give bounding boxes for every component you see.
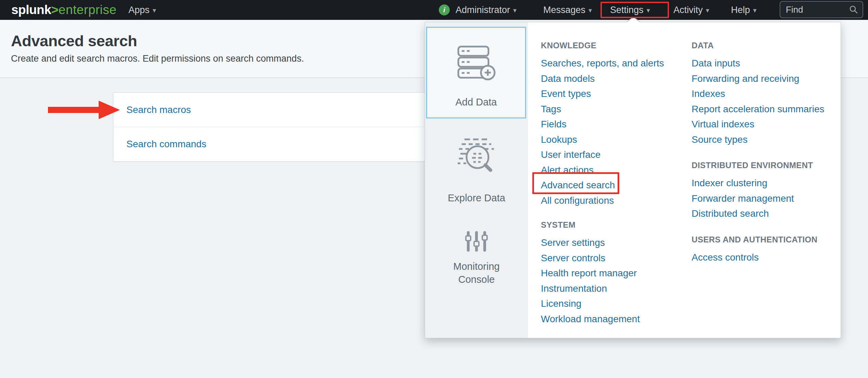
section-title-distributed-environment: DISTRIBUTED ENVIRONMENT bbox=[692, 161, 842, 170]
nav-administrator-label: Administrator bbox=[456, 5, 510, 15]
explore-data-icon bbox=[454, 137, 499, 175]
menu-link-access-controls[interactable]: Access controls bbox=[692, 250, 842, 265]
dropdown-caret-fill bbox=[627, 18, 640, 23]
menu-section-data: DATA Data inputs Forwarding and receivin… bbox=[692, 41, 842, 147]
menu-link-report-acceleration-summaries[interactable]: Report acceleration summaries bbox=[692, 102, 842, 117]
nav-administrator[interactable]: Administrator▾ bbox=[456, 0, 517, 20]
menu-link-user-interface[interactable]: User interface bbox=[541, 147, 692, 163]
monitoring-console-icon bbox=[464, 231, 489, 252]
menu-link-data-inputs[interactable]: Data inputs bbox=[692, 56, 842, 71]
search-macros-link[interactable]: Search macros bbox=[126, 104, 191, 115]
menu-link-virtual-indexes[interactable]: Virtual indexes bbox=[692, 117, 842, 132]
nav-activity[interactable]: Activity▾ bbox=[673, 0, 709, 20]
page-title: Advanced search bbox=[11, 32, 137, 50]
menu-link-searches-reports-alerts[interactable]: Searches, reports, and alerts bbox=[541, 56, 692, 71]
logo-brand-text: splunk bbox=[11, 3, 51, 17]
menu-link-data-models[interactable]: Data models bbox=[541, 71, 692, 87]
top-navbar: splunk>enterprise Apps▾ i Administrator▾… bbox=[0, 0, 868, 20]
tile-monitoring-console-label: Monitoring Console bbox=[442, 260, 511, 286]
tile-add-data-label: Add Data bbox=[456, 96, 497, 109]
nav-activity-label: Activity bbox=[673, 5, 703, 15]
menu-link-forwarder-management[interactable]: Forwarder management bbox=[692, 191, 842, 206]
settings-dropdown: Add Data Explore Data bbox=[425, 22, 841, 338]
menu-link-lookups[interactable]: Lookups bbox=[541, 132, 692, 148]
menu-link-server-controls[interactable]: Server controls bbox=[541, 251, 692, 266]
section-title-users-authentication: USERS AND AUTHENTICATION bbox=[692, 235, 842, 244]
chevron-down-icon: ▾ bbox=[753, 7, 757, 14]
menu-link-instrumentation[interactable]: Instrumentation bbox=[541, 281, 692, 297]
tile-explore-data-label: Explore Data bbox=[448, 191, 505, 204]
chevron-down-icon: ▾ bbox=[513, 7, 517, 14]
splunk-logo[interactable]: splunk>enterprise bbox=[11, 0, 116, 20]
menu-link-event-types[interactable]: Event types bbox=[541, 86, 692, 102]
chevron-down-icon: ▾ bbox=[588, 7, 592, 14]
menu-link-health-report-manager[interactable]: Health report manager bbox=[541, 266, 692, 281]
menu-link-alert-actions[interactable]: Alert actions bbox=[541, 163, 692, 178]
menu-link-indexes[interactable]: Indexes bbox=[692, 86, 842, 102]
menu-link-source-types[interactable]: Source types bbox=[692, 132, 842, 148]
menu-section-distributed-environment: DISTRIBUTED ENVIRONMENT Indexer clusteri… bbox=[692, 161, 842, 222]
logo-product-text: enterprise bbox=[59, 3, 117, 17]
annotation-arrow-tail bbox=[48, 107, 99, 113]
menu-link-licensing[interactable]: Licensing bbox=[541, 296, 692, 312]
nav-settings-label: Settings bbox=[610, 5, 644, 15]
menu-link-distributed-search[interactable]: Distributed search bbox=[692, 206, 842, 222]
nav-help[interactable]: Help▾ bbox=[731, 0, 757, 20]
menu-section-system: SYSTEM Server settings Server controls H… bbox=[541, 220, 692, 327]
health-status-glyph: i bbox=[443, 6, 445, 14]
find-search-box[interactable] bbox=[780, 1, 863, 18]
chevron-down-icon: ▾ bbox=[647, 7, 650, 14]
section-title-data: DATA bbox=[692, 41, 842, 50]
menu-link-tags[interactable]: Tags bbox=[541, 102, 692, 117]
menu-link-server-settings[interactable]: Server settings bbox=[541, 235, 692, 251]
annotation-arrow-head bbox=[99, 101, 120, 119]
menu-link-indexer-clustering[interactable]: Indexer clustering bbox=[692, 176, 842, 191]
menu-link-forwarding-and-receiving[interactable]: Forwarding and receiving bbox=[692, 71, 842, 87]
menu-link-fields[interactable]: Fields bbox=[541, 117, 692, 132]
nav-messages[interactable]: Messages▾ bbox=[543, 0, 592, 20]
menu-link-workload-management[interactable]: Workload management bbox=[541, 312, 692, 327]
chevron-down-icon: ▾ bbox=[706, 7, 709, 14]
nav-apps-label: Apps bbox=[128, 5, 150, 15]
search-icon bbox=[849, 5, 858, 14]
dropdown-left-rail: Add Data Explore Data bbox=[425, 22, 528, 338]
search-commands-link[interactable]: Search commands bbox=[126, 139, 206, 149]
section-title-system: SYSTEM bbox=[541, 220, 692, 230]
menu-section-knowledge: KNOWLEDGE Searches, reports, and alerts … bbox=[541, 41, 692, 208]
nav-apps[interactable]: Apps▾ bbox=[128, 0, 156, 20]
menu-section-users-authentication: USERS AND AUTHENTICATION Access controls bbox=[692, 235, 842, 265]
add-data-icon bbox=[456, 45, 497, 80]
nav-messages-label: Messages bbox=[543, 5, 585, 15]
nav-help-label: Help bbox=[731, 5, 750, 15]
page-subtitle: Create and edit search macros. Edit perm… bbox=[11, 53, 304, 64]
tile-explore-data[interactable]: Explore Data bbox=[425, 130, 528, 213]
health-status-icon[interactable]: i bbox=[439, 4, 450, 15]
find-input[interactable] bbox=[786, 4, 849, 15]
menu-link-all-configurations[interactable]: All configurations bbox=[541, 193, 692, 209]
tile-monitoring-console[interactable]: Monitoring Console bbox=[425, 223, 528, 302]
logo-gt-glyph: > bbox=[51, 3, 59, 17]
section-title-knowledge: KNOWLEDGE bbox=[541, 41, 692, 50]
menu-link-advanced-search[interactable]: Advanced search bbox=[541, 178, 692, 193]
chevron-down-icon: ▾ bbox=[153, 7, 156, 14]
tile-add-data[interactable]: Add Data bbox=[426, 27, 526, 118]
